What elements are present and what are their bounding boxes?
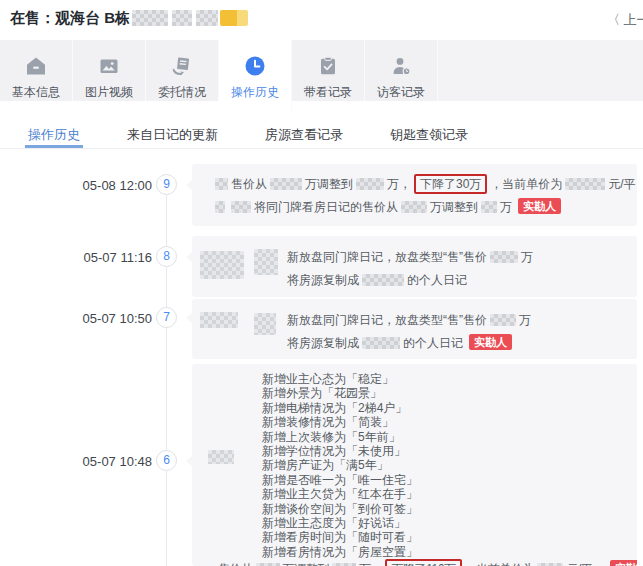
entry-text-line: 新增业主心态为「稳定」 <box>218 372 629 386</box>
delegation-icon <box>171 53 193 79</box>
entry-text-line: 售价从万调整到万，下降了30万，当前单价为元/平， <box>212 173 629 196</box>
entry-count-badge: 7 <box>156 307 177 328</box>
tab-operation-history[interactable]: 操作历史 <box>219 40 292 112</box>
subtab-operation-history[interactable]: 操作历史 <box>25 119 83 148</box>
redacted-agent-blur <box>254 249 278 275</box>
entry-text-line: 新增房产证为「满5年」 <box>218 458 629 472</box>
tab-visitor-records[interactable]: 访客记录 <box>365 40 438 101</box>
redacted-blur <box>401 201 427 213</box>
tab-viewing-records[interactable]: 带看记录 <box>292 40 365 101</box>
tab-label: 访客记录 <box>377 84 425 101</box>
redacted-agent-blur <box>200 312 238 328</box>
entry-text-line: 将房源复制成的个人日记实勘人 <box>287 332 629 355</box>
redacted-blur <box>132 10 168 26</box>
tab-label: 委托情况 <box>158 84 206 101</box>
visitor-icon <box>390 53 412 79</box>
entry-content-box: 售价从万调整到万，下降了30万，当前单价为元/平，将同门牌看房日记的售价从万调整… <box>192 164 637 226</box>
entry-content-box: 新放盘同门牌日记，放盘类型“售”售价万将房源复制成的个人日记实勘人 <box>192 299 637 359</box>
redacted-blur <box>215 201 225 213</box>
entry-text-line: 新增是否唯一为「唯一住宅」 <box>218 473 629 487</box>
entry-text-line: 新增装修情况为「简装」 <box>218 415 629 429</box>
redacted-agent-blur <box>254 313 276 335</box>
prev-listing-link[interactable]: 〈 上一条 <box>607 11 643 29</box>
clipboard-check-icon <box>317 53 339 79</box>
clock-icon <box>244 53 266 79</box>
entry-timestamp: 05-08 12:00 <box>52 178 152 193</box>
redacted-blur <box>362 274 404 286</box>
surveyor-tag: 实勘人 <box>610 560 637 566</box>
entry-text-line: 将房源复制成的个人日记 <box>287 269 629 292</box>
entry-text-line: 新增看房情况为「房屋空置」 <box>218 545 629 559</box>
redacted-blur <box>490 251 518 263</box>
entry-text-line: 新增业主态度为「好说话」 <box>218 516 629 530</box>
entry-count-badge: 6 <box>156 450 177 471</box>
highlight-tag <box>220 10 248 26</box>
listing-header: 在售：观海台 B栋 〈 上一条 <box>0 0 643 38</box>
redacted-blur <box>215 178 228 190</box>
tab-label: 基本信息 <box>12 84 60 101</box>
tab-label: 带看记录 <box>304 84 352 101</box>
tab-photos-videos[interactable]: 图片视频 <box>73 40 146 101</box>
entry-timestamp: 05-07 11:16 <box>52 250 152 265</box>
entry-text-line: 新放盘同门牌日记，放盘类型“售”售价万 <box>287 246 629 269</box>
price-drop-highlight: 下降了30万 <box>414 174 487 194</box>
redacted-blur <box>172 10 192 26</box>
listing-title: 在售：观海台 B栋 <box>10 9 248 28</box>
redacted-blur <box>196 10 218 26</box>
entry-content-box: 新增业主心态为「稳定」新增外景为「花园景」新增电梯情况为「2梯4户」新增装修情况… <box>192 364 637 566</box>
entry-text-line: 将同门牌看房日记的售价从万调整到万实勘人 <box>212 196 629 219</box>
entry-count-badge: 9 <box>156 174 177 195</box>
redacted-agent-blur <box>208 450 234 464</box>
redacted-blur <box>356 178 384 190</box>
redacted-blur <box>270 178 302 190</box>
redacted-blur <box>490 314 516 326</box>
entry-content-box: 新放盘同门牌日记，放盘类型“售”售价万将房源复制成的个人日记 <box>192 236 637 297</box>
redacted-blur <box>481 201 497 213</box>
tab-basic-info[interactable]: 基本信息 <box>0 40 73 101</box>
entry-timestamp: 05-07 10:50 <box>52 311 152 326</box>
tab-label: 图片视频 <box>85 84 133 101</box>
surveyor-tag: 实勘人 <box>518 198 561 214</box>
entry-text-line: 新增外景为「花园景」 <box>218 386 629 400</box>
house-icon <box>25 53 47 79</box>
subtab-key-checkout-records[interactable]: 钥匙查领记录 <box>387 119 471 148</box>
subtab-diary-updates[interactable]: 来自日记的更新 <box>124 119 221 148</box>
main-tabs: 基本信息 图片视频 委托情况 操作历史 带看记录 访客记录 <box>0 40 438 112</box>
tab-delegation[interactable]: 委托情况 <box>146 40 219 101</box>
redacted-blur <box>565 178 605 190</box>
entry-text-line: 新增业主欠贷为「红本在手」 <box>218 487 629 501</box>
surveyor-tag: 实勘人 <box>469 334 512 350</box>
entry-text-line: 新增看房时间为「随时可看」 <box>218 530 629 544</box>
listing-title-text: 在售：观海台 B栋 <box>10 9 130 26</box>
redacted-agent-blur <box>200 251 244 279</box>
price-drop-highlight: 下降了110万 <box>385 559 461 566</box>
entry-text-line: 新增上次装修为「5年前」 <box>218 430 629 444</box>
entry-text-line: 售价从万调整到万，下降了110万，当前单价为元/平，实勘人 <box>218 559 629 566</box>
entry-text-line: 新放盘同门牌日记，放盘类型“售”售价万 <box>287 309 629 332</box>
redacted-blur <box>362 337 400 349</box>
entry-count-badge: 8 <box>156 246 177 267</box>
entry-timestamp: 05-07 10:48 <box>52 454 152 469</box>
redacted-blur <box>231 201 251 213</box>
sub-tab-bar: 操作历史 来自日记的更新 房源查看记录 钥匙查领记录 <box>0 119 643 149</box>
subtab-listing-view-records[interactable]: 房源查看记录 <box>262 119 346 148</box>
tab-label: 操作历史 <box>231 84 279 101</box>
entry-text-line: 新增谈价空间为「到价可签」 <box>218 502 629 516</box>
entry-text-line: 新增学位情况为「未使用」 <box>218 444 629 458</box>
image-icon <box>98 53 120 79</box>
entry-text-line: 新增电梯情况为「2梯4户」 <box>218 401 629 415</box>
timeline-connector <box>166 185 167 566</box>
